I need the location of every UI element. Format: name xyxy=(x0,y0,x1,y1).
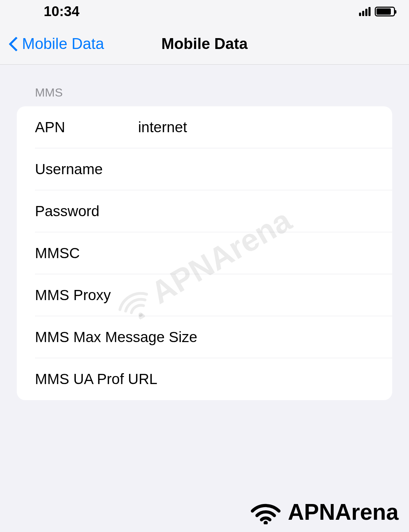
input-mms-max-size[interactable] xyxy=(208,329,392,346)
status-time: 10:34 xyxy=(44,3,79,19)
cellular-signal-icon xyxy=(359,7,371,16)
footer-brand: APNArena xyxy=(248,499,399,525)
label-mms-max-size: MMS Max Message Size xyxy=(35,329,208,346)
label-mmsc: MMSC xyxy=(35,245,138,262)
status-bar: 10:34 xyxy=(0,0,409,23)
label-mms-proxy: MMS Proxy xyxy=(35,287,138,304)
row-mms-proxy[interactable]: MMS Proxy xyxy=(17,274,392,316)
battery-icon xyxy=(375,7,395,16)
status-indicators xyxy=(359,7,395,16)
label-username: Username xyxy=(35,161,138,178)
input-mms-proxy[interactable] xyxy=(138,287,392,304)
input-mms-ua-prof[interactable] xyxy=(208,371,392,388)
svg-point-1 xyxy=(264,521,268,524)
label-apn: APN xyxy=(35,119,138,136)
input-username[interactable] xyxy=(138,161,392,178)
page-title: Mobile Data xyxy=(162,35,248,52)
input-password[interactable] xyxy=(138,203,392,220)
label-mms-ua-prof: MMS UA Prof URL xyxy=(35,371,208,388)
back-label: Mobile Data xyxy=(22,35,104,52)
input-mmsc[interactable] xyxy=(138,245,392,262)
chevron-back-icon xyxy=(9,35,19,52)
row-mms-ua-prof[interactable]: MMS UA Prof URL xyxy=(17,358,392,400)
row-mms-max-size[interactable]: MMS Max Message Size xyxy=(17,316,392,358)
label-password: Password xyxy=(35,203,138,220)
wifi-icon xyxy=(248,500,283,524)
navigation-bar: Mobile Data Mobile Data xyxy=(0,23,409,65)
section-header-mms: MMS xyxy=(0,86,409,106)
back-button[interactable]: Mobile Data xyxy=(0,35,104,52)
row-password[interactable]: Password xyxy=(17,190,392,232)
row-mmsc[interactable]: MMSC xyxy=(17,232,392,274)
settings-group-mms: APN Username Password MMSC MMS Proxy MMS… xyxy=(17,106,392,400)
input-apn[interactable] xyxy=(138,119,392,136)
content-area: MMS APN Username Password MMSC MMS Proxy… xyxy=(0,65,409,400)
row-username[interactable]: Username xyxy=(17,148,392,190)
row-apn[interactable]: APN xyxy=(17,106,392,148)
